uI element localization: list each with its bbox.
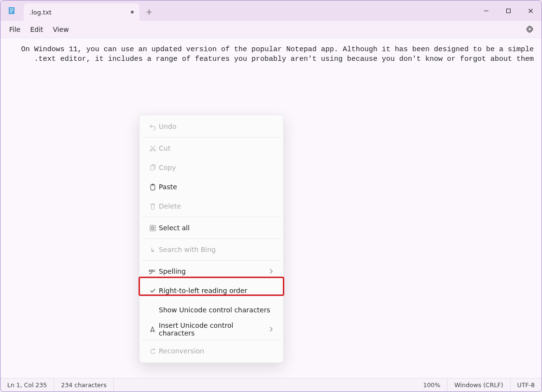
context-show-unicode[interactable]: Show Unicode control characters: [139, 300, 283, 320]
chevron-right-icon: [269, 325, 277, 333]
context-spelling-label: Spelling: [159, 267, 269, 275]
svg-text:ABC: ABC: [149, 269, 156, 272]
context-search-bing-label: Search with Bing: [159, 246, 277, 253]
svg-rect-4: [10, 12, 12, 13]
reconversion-icon: [146, 348, 159, 355]
insert-unicode-icon: [146, 326, 159, 333]
separator: [142, 340, 280, 340]
close-button[interactable]: [519, 0, 542, 21]
separator: [142, 137, 280, 138]
svg-rect-1: [10, 9, 14, 9]
separator: [142, 217, 280, 217]
undo-icon: [146, 123, 159, 130]
settings-button[interactable]: [521, 21, 538, 38]
context-insert-unicode-label: Insert Unicode control characters: [159, 322, 269, 337]
status-position: Ln 1, Col 235: [0, 378, 54, 392]
status-characters: 234 characters: [54, 378, 113, 392]
unsaved-indicator-icon: [131, 11, 134, 14]
context-select-all[interactable]: Select all: [139, 218, 283, 238]
context-menu: Undo Cut Copy Paste Delete Select all Se…: [139, 114, 284, 363]
copy-icon: [146, 164, 159, 171]
new-tab-button[interactable]: [139, 3, 159, 21]
context-insert-unicode[interactable]: Insert Unicode control characters: [139, 320, 283, 339]
context-copy-label: Copy: [159, 164, 277, 171]
context-rtl[interactable]: Right-to-left reading order: [139, 281, 283, 300]
tab-title: .log.txt: [29, 9, 52, 16]
select-all-icon: [146, 224, 159, 232]
svg-rect-2: [10, 10, 14, 10]
context-rtl-label: Right-to-left reading order: [159, 287, 277, 294]
svg-rect-8: [150, 165, 154, 169]
minimize-button[interactable]: [475, 0, 497, 21]
chevron-right-icon: [269, 267, 277, 275]
separator: [142, 238, 280, 239]
status-encoding: UTF-8: [511, 378, 542, 392]
menu-file[interactable]: File: [4, 23, 25, 36]
context-reconversion: Reconversion: [139, 341, 283, 361]
spelling-icon: ABC: [146, 268, 159, 274]
context-cut: Cut: [139, 139, 283, 158]
context-search-bing: Search with Bing: [139, 240, 283, 259]
context-delete-label: Delete: [159, 202, 277, 210]
title-bar: .log.txt: [0, 0, 542, 21]
svg-rect-0: [9, 7, 14, 14]
context-copy: Copy: [139, 158, 283, 177]
separator: [142, 260, 280, 261]
context-delete: Delete: [139, 196, 283, 216]
svg-rect-3: [10, 11, 14, 12]
context-reconversion-label: Reconversion: [159, 347, 277, 355]
document-tab[interactable]: .log.txt: [24, 3, 139, 21]
svg-rect-5: [506, 9, 510, 13]
bing-icon: [146, 246, 159, 253]
status-zoom[interactable]: 100%: [417, 378, 448, 392]
context-cut-label: Cut: [159, 144, 277, 152]
notepad-app-icon: [5, 0, 18, 21]
context-undo-label: Undo: [159, 123, 277, 130]
context-select-all-label: Select all: [159, 224, 277, 232]
context-paste-label: Paste: [159, 183, 277, 191]
context-paste[interactable]: Paste: [139, 177, 283, 196]
context-undo: Undo: [139, 117, 283, 136]
svg-rect-12: [152, 227, 154, 229]
status-bar: Ln 1, Col 235 234 characters 100% Window…: [0, 378, 542, 392]
check-icon: [146, 288, 159, 294]
context-spelling[interactable]: ABC Spelling: [139, 262, 283, 281]
menu-view[interactable]: View: [48, 23, 74, 36]
window-controls: [475, 0, 542, 21]
svg-rect-11: [150, 225, 155, 230]
menu-bar: File Edit View: [0, 21, 542, 38]
delete-icon: [146, 203, 159, 210]
paste-icon: [146, 183, 159, 191]
cut-icon: [146, 145, 159, 152]
menu-edit[interactable]: Edit: [25, 23, 48, 36]
maximize-button[interactable]: [497, 0, 519, 21]
context-show-unicode-label: Show Unicode control characters: [159, 306, 277, 314]
status-line-ending: Windows (CRLF): [447, 378, 510, 392]
editor-content: On Windows 11, you can use an updated ve…: [17, 45, 534, 63]
